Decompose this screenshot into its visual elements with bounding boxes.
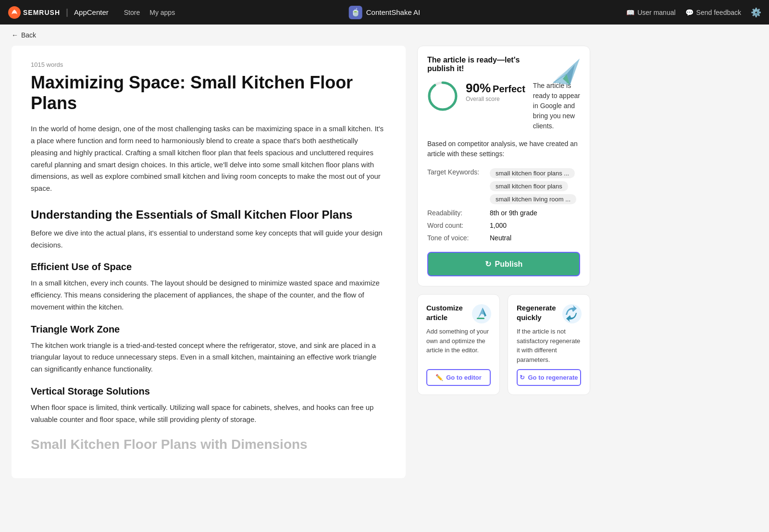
svg-point-7: [429, 83, 456, 110]
based-on-text: Based on competitor analysis, we have cr…: [427, 139, 580, 159]
nav-links: Store My apps: [124, 9, 175, 16]
keyword-tag-2: small kitchen floor plans: [490, 181, 568, 191]
word-count: 1015 words: [31, 61, 386, 68]
score-percentage: 90%: [466, 81, 491, 96]
article-title: Maximizing Space: Small Kitchen Floor Pl…: [31, 72, 386, 113]
score-card: The article is ready—let's publish it! 9…: [417, 46, 590, 286]
customize-desc: Add something of your own and optimize t…: [426, 327, 491, 364]
right-sidebar: The article is ready—let's publish it! 9…: [417, 46, 590, 395]
paper-plane-decoration: [548, 54, 582, 93]
article-h3-3: Vertical Storage Solutions: [31, 386, 386, 397]
back-button[interactable]: ← Back: [12, 31, 36, 39]
customize-icon: [468, 300, 495, 331]
keyword-tags: small kitchen floor plans ... small kitc…: [490, 168, 580, 204]
brand-logo[interactable]: SEMRUSH | AppCenter: [8, 6, 109, 19]
regenerate-desc: If the article is not satisfactory regen…: [517, 327, 581, 364]
settings-table: Target Keywords: small kitchen floor pla…: [427, 166, 580, 244]
readability-label: Readability:: [427, 207, 490, 219]
editor-icon: ✏️: [435, 374, 443, 381]
article-h3-1: Efficient Use of Space: [31, 261, 386, 272]
back-nav: ← Back: [0, 25, 769, 46]
nav-divider: |: [66, 7, 68, 17]
settings-icon[interactable]: ⚙️: [751, 7, 761, 18]
readability-value: 8th or 9th grade: [490, 207, 580, 219]
article-paragraph-2: Before we dive into the actual plans, it…: [31, 227, 386, 251]
wordcount-row: Word count: 1,000: [427, 219, 580, 232]
keywords-label: Target Keywords:: [427, 166, 490, 207]
regenerate-icon: [558, 300, 585, 331]
book-icon: 📖: [626, 9, 634, 16]
publish-icon: ↻: [485, 260, 491, 269]
app-title-center: 🍵 ContentShake AI: [349, 6, 421, 19]
go-to-regenerate-button[interactable]: ↻ Go to regenerate: [517, 369, 581, 386]
keyword-tag-1: small kitchen floor plans ...: [490, 168, 575, 178]
wordcount-label: Word count:: [427, 219, 490, 232]
tone-row: Tone of voice: Neutral: [427, 232, 580, 244]
publish-button[interactable]: ↻ Publish: [427, 252, 580, 276]
customize-card: Customize article Add something of your …: [417, 294, 500, 395]
article-paragraph-1: In the world of home design, one of the …: [31, 123, 386, 195]
top-navigation: SEMRUSH | AppCenter Store My apps 🍵 Cont…: [0, 0, 769, 25]
nav-right: 📖 User manual 💬 Send feedback ⚙️: [626, 7, 761, 18]
score-info: 90% Perfect Overall score: [466, 81, 525, 102]
myapps-link[interactable]: My apps: [149, 9, 175, 16]
article-paragraph-3: In a small kitchen, every inch counts. T…: [31, 277, 386, 313]
article-fade-heading: Small Kitchen Floor Plans with Dimension…: [31, 437, 386, 452]
score-sublabel: Overall score: [466, 96, 525, 102]
article-h3-2: Triangle Work Zone: [31, 324, 386, 335]
send-feedback-link[interactable]: 💬 Send feedback: [685, 9, 741, 16]
svg-rect-9: [477, 318, 484, 319]
app-icon: 🍵: [349, 6, 362, 19]
tone-label: Tone of voice:: [427, 232, 490, 244]
app-name: ContentShake AI: [366, 8, 421, 16]
store-link[interactable]: Store: [124, 9, 140, 16]
bottom-cards: Customize article Add something of your …: [417, 294, 590, 395]
score-circle: [427, 81, 458, 111]
regenerate-btn-icon: ↻: [520, 374, 525, 381]
article-h2-1: Understanding the Essentials of Small Ki…: [31, 208, 386, 222]
keywords-row: Target Keywords: small kitchen floor pla…: [427, 166, 580, 207]
article-paragraph-4: The kitchen work triangle is a tried-and…: [31, 340, 386, 375]
article-body: In the world of home design, one of the …: [31, 123, 386, 452]
score-word: Perfect: [493, 84, 525, 95]
svg-point-10: [562, 304, 582, 323]
regenerate-card: Regenerate quickly If the article is not…: [508, 294, 590, 395]
keywords-value: small kitchen floor plans ... small kitc…: [490, 166, 580, 207]
appcenter-label: AppCenter: [74, 8, 109, 16]
user-manual-link[interactable]: 📖 User manual: [626, 9, 675, 16]
go-to-editor-button[interactable]: ✏️ Go to editor: [426, 369, 491, 386]
back-arrow-icon: ←: [12, 31, 18, 39]
article-paragraph-5: When floor space is limited, think verti…: [31, 402, 386, 426]
keyword-tag-3: small kitchen living room ...: [490, 194, 576, 204]
article-panel: 1015 words Maximizing Space: Small Kitch…: [12, 46, 406, 478]
feedback-icon: 💬: [685, 9, 694, 16]
main-layout: 1015 words Maximizing Space: Small Kitch…: [0, 46, 769, 490]
tone-value: Neutral: [490, 232, 580, 244]
semrush-logo: SEMRUSH: [8, 6, 60, 19]
readability-row: Readability: 8th or 9th grade: [427, 207, 580, 219]
wordcount-value: 1,000: [490, 219, 580, 232]
